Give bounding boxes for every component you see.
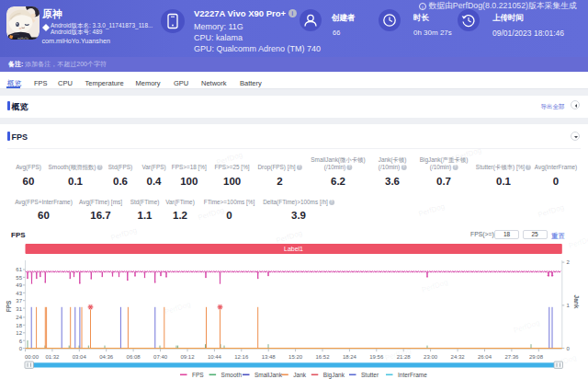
- svg-text:19:56: 19:56: [369, 354, 384, 360]
- svg-text:03:04: 03:04: [73, 354, 87, 360]
- svg-text:18:24: 18:24: [343, 354, 357, 360]
- svg-text:PerfDog: PerfDog: [164, 300, 192, 316]
- svg-text:31: 31: [16, 306, 22, 312]
- svg-text:Jank: Jank: [293, 372, 306, 378]
- svg-text:0: 0: [19, 346, 23, 351]
- svg-text:12:16: 12:16: [234, 354, 249, 360]
- svg-text:23:00: 23:00: [424, 354, 438, 360]
- svg-text:29:08: 29:08: [529, 354, 544, 360]
- svg-text:16:52: 16:52: [315, 354, 330, 360]
- svg-text:SmallJank: SmallJank: [254, 372, 283, 378]
- svg-text:1: 1: [551, 271, 554, 277]
- svg-text:27:36: 27:36: [504, 354, 519, 360]
- svg-text:49: 49: [16, 282, 22, 288]
- svg-text:FPS: FPS: [6, 300, 12, 312]
- svg-text:BigJank: BigJank: [323, 372, 345, 379]
- svg-text:FPS: FPS: [192, 372, 204, 378]
- svg-text:04:36: 04:36: [99, 354, 114, 360]
- svg-text:Smooth: Smooth: [221, 372, 243, 378]
- svg-text:00:00: 00:00: [25, 354, 40, 360]
- svg-text:10:44: 10:44: [208, 354, 222, 360]
- svg-text:6: 6: [19, 339, 23, 344]
- svg-text:01:32: 01:32: [45, 354, 60, 360]
- svg-text:43: 43: [16, 291, 22, 296]
- svg-text:0: 0: [567, 346, 571, 351]
- svg-text:12: 12: [16, 330, 22, 336]
- svg-text:26:04: 26:04: [478, 354, 492, 360]
- svg-text:miHoYo: miHoYo: [17, 37, 28, 40]
- svg-text:24:32: 24:32: [451, 354, 466, 360]
- svg-text:2: 2: [567, 259, 571, 265]
- svg-text:15:20: 15:20: [288, 354, 303, 360]
- svg-text:Jank: Jank: [573, 295, 580, 309]
- svg-text:InterFrame: InterFrame: [398, 372, 427, 378]
- svg-text:13:48: 13:48: [262, 354, 277, 360]
- svg-text:37: 37: [16, 298, 22, 304]
- svg-text:PerfDog: PerfDog: [513, 318, 541, 335]
- svg-text:09:12: 09:12: [180, 354, 195, 360]
- svg-text:1: 1: [567, 303, 571, 308]
- svg-text:55: 55: [16, 275, 22, 281]
- svg-text:06:08: 06:08: [127, 354, 141, 360]
- svg-text:21:28: 21:28: [397, 354, 412, 360]
- svg-text:Stutter: Stutter: [361, 372, 379, 378]
- svg-text:61: 61: [16, 267, 22, 272]
- svg-text:24: 24: [16, 315, 22, 320]
- svg-text:07:40: 07:40: [153, 354, 168, 360]
- svg-text:1: 1: [547, 271, 549, 277]
- svg-text:18: 18: [16, 323, 22, 328]
- svg-text:Label1: Label1: [284, 246, 303, 252]
- svg-text:PerfDog: PerfDog: [568, 234, 588, 250]
- svg-text:PerfDog: PerfDog: [421, 278, 449, 294]
